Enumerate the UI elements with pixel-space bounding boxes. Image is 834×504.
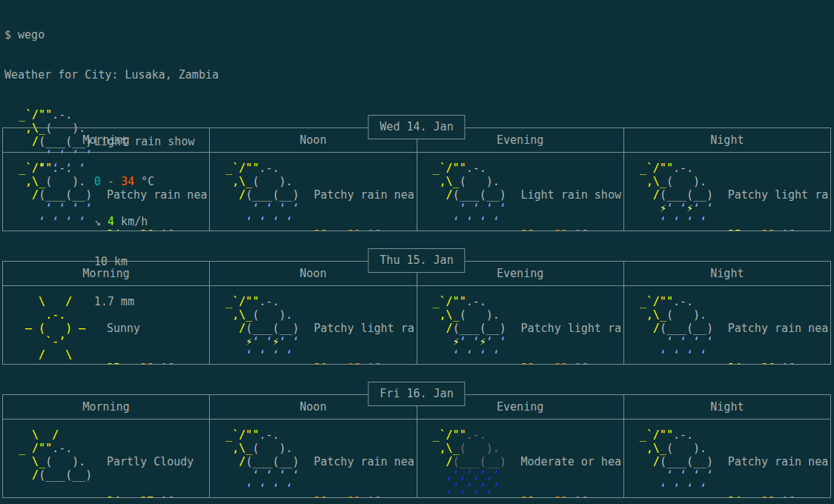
forecast-details: Patchy rain nea 28 - 31 °C → 7 - 10 km/h… [314, 162, 414, 231]
period-header: Night [624, 395, 830, 419]
temperature-line: 28 - 32 °C [521, 228, 621, 231]
condition-text: Patchy rain nea [107, 188, 207, 202]
forecast-cell: _`/"".-. ,\_( ). /(___(__) ‘ ‘ ‘ ‘ ‘ ‘ ‘… [3, 153, 210, 231]
weather-icon: _`/"".-. ,\_( ). /(___(__) ⚡‘ ‘⚡‘ ‘ ‘ ‘ … [633, 162, 713, 228]
period-header: Morning [3, 128, 210, 152]
temperature-line: 28 - 31 °C [314, 228, 414, 231]
condition-text: Sunny [107, 322, 173, 335]
forecast-table: MorningNoonEveningNight \ / .-. ― ( ) ― … [2, 261, 831, 365]
forecast-details: Patchy rain nea 29 - 32 °C ↗ 7 - 9 km/h … [314, 428, 414, 497]
forecast-table: MorningNoonEveningNight \ / _ /"".-. \_(… [2, 394, 831, 498]
temperature-line: 28 - 33 °C [521, 362, 621, 364]
forecast-details: Moderate or hea 28 - 32 °C ↑ 8 - 15 km/h… [521, 428, 621, 497]
forecast-details: Light rain show 28 - 32 °C → 5 - 6 km/h … [521, 162, 621, 231]
forecast-cell: _`/"".-. ,\_( ). /(___(__) ⚡‘ ‘⚡‘ ‘ ‘ ‘ … [417, 286, 624, 364]
weather-icon: \ / _ /"".-. \_( ). /(___(__) [12, 428, 92, 495]
forecast-details: Patchy rain nea 24 - 26 °C → 6 - 8 km/h … [107, 162, 207, 231]
condition-text: Patchy rain nea [314, 188, 414, 202]
weather-icon: _`/"".-. ,\_( ). /(___(__) ‚‘‚‘‚‘‚‘ ‚’‚’… [426, 428, 506, 495]
period-header: Morning [3, 395, 210, 419]
terminal-output: { "colors": { "bg": "#0c2f38", "fg": "#a… [0, 0, 834, 504]
condition-text: Moderate or hea [521, 455, 621, 468]
forecast-cell: _`/"".-. ,\_( ). /(___(__) ⚡‘ ‘⚡‘ ‘ ‘ ‘ … [624, 153, 830, 231]
period-header: Morning [3, 262, 210, 285]
condition-text: Patchy rain nea [728, 322, 828, 335]
forecast-row: _`/"".-. ,\_( ). /(___(__) ‘ ‘ ‘ ‘ ‘ ‘ ‘… [3, 153, 830, 231]
day-label: Wed 14. Jan [368, 115, 465, 139]
forecast-table: MorningNoonEveningNight _`/"".-. ,\_( ).… [2, 127, 831, 231]
day-label: Fri 16. Jan [368, 382, 465, 406]
forecast-details: Patchy rain nea 24 - 26 °C ↘ 2 - 4 km/h … [728, 295, 828, 364]
weather-icon: _`/"".-. ,\_( ). /(___(__) ‘ ‘ ‘ ‘ ‘ ‘ ‘… [219, 162, 299, 228]
forecast-row: \ / _ /"".-. \_( ). /(___(__) Partly Clo… [3, 420, 830, 497]
day-section: Wed 14. Jan MorningNoonEveningNight _`/"… [2, 115, 831, 231]
temperature-line: 24 - 28 °C [728, 495, 828, 497]
condition-text: Patchy rain nea [314, 455, 414, 468]
period-header: Night [624, 128, 830, 152]
weather-icon: _`/"".-. ,\_( ). /(___(__) ‘ ‘ ‘ ‘ ‘ ‘ ‘… [426, 162, 506, 228]
forecast-cell: \ / _ /"".-. \_( ). /(___(__) Partly Clo… [3, 420, 210, 497]
condition-text: Light rain show [521, 188, 621, 202]
forecast-cell: _`/"".-. ,\_( ). /(___(__) ‘ ‘ ‘ ‘ ‘ ‘ ‘… [210, 153, 417, 231]
condition-text: Patchy light ra [728, 188, 828, 202]
temperature-line: 28 - 32 °C [521, 495, 621, 497]
forecast-cell: _`/"".-. ,\_( ). /(___(__) ‘ ‘ ‘ ‘ ‘ ‘ ‘… [624, 286, 830, 364]
prompt-line: $ wego [4, 28, 834, 42]
forecast-cell: _`/"".-. ,\_( ). /(___(__) ⚡‘ ‘⚡‘ ‘ ‘ ‘ … [210, 286, 417, 364]
day-section: Thu 15. Jan MorningNoonEveningNight \ / … [2, 248, 831, 365]
temperature-line: 25 - 28 °C [728, 228, 828, 231]
day-label: Thu 15. Jan [368, 248, 465, 273]
forecast-cell: _`/"".-. ,\_( ). /(___(__) ‘ ‘ ‘ ‘ ‘ ‘ ‘… [210, 420, 417, 497]
day-section: Fri 16. Jan MorningNoonEveningNight \ / … [2, 382, 831, 498]
forecast-row: \ / .-. ― ( ) ― `-’ / \ Sunny 25 - 28 °C… [3, 286, 830, 364]
forecast-details: Patchy light ra 30 - 35 °C ↖ 4 - 5 km/h … [314, 295, 414, 364]
forecast-cell: _`/"".-. ,\_( ). /(___(__) ‘ ‘ ‘ ‘ ‘ ‘ ‘… [624, 420, 830, 497]
location-line: Weather for City: Lusaka, Zambia [4, 68, 834, 82]
forecast-cell: \ / .-. ― ( ) ― `-’ / \ Sunny 25 - 28 °C… [3, 286, 210, 364]
forecast-details: Patchy light ra 25 - 28 °C ↓ 4 - 8 km/h … [728, 162, 828, 231]
condition-text: Patchy light ra [521, 322, 621, 335]
temperature-line: 24 - 26 °C [107, 228, 207, 231]
forecast-details: Patchy rain nea 24 - 28 °C ↖ 1 - 3 km/h … [728, 428, 828, 497]
temperature-line: 30 - 35 °C [314, 362, 414, 364]
forecast-cell: _`/"".-. ,\_( ). /(___(__) ‚‘‚‘‚‘‚‘ ‚’‚’… [417, 420, 624, 497]
temperature-line: 24 - 26 °C [728, 362, 828, 364]
weather-icon: _`/"".-. ,\_( ). /(___(__) ‘ ‘ ‘ ‘ ‘ ‘ ‘… [219, 428, 299, 495]
condition-text: Patchy rain nea [728, 455, 828, 468]
condition-text: Patchy light ra [314, 322, 414, 335]
temperature-line: 25 - 28 °C [107, 362, 173, 364]
terminal-header: $ wego Weather for City: Lusaka, Zambia [0, 0, 834, 95]
temperature-line: 29 - 32 °C [314, 495, 414, 497]
forecast-details: Sunny 25 - 28 °C ↗ 4 km/h 10 km 0 mm | 1… [107, 295, 173, 364]
weather-icon: _`/"".-. ,\_( ). /(___(__) ⚡‘ ‘⚡‘ ‘ ‘ ‘ … [219, 295, 299, 362]
forecast-details: Partly Cloudy 24 - 27 °C → 5 - 6 km/h 10… [107, 428, 193, 497]
condition-text: Partly Cloudy [107, 455, 193, 468]
temperature-line: 24 - 27 °C [107, 495, 193, 497]
weather-icon: _`/"".-. ,\_( ). /(___(__) ‘ ‘ ‘ ‘ ‘ ‘ ‘… [633, 428, 713, 495]
weather-icon: _`/"".-. ,\_( ). /(___(__) ⚡‘ ‘⚡‘ ‘ ‘ ‘ … [426, 295, 506, 362]
forecast-details: Patchy light ra 28 - 33 °C ↑ 3 - 4 km/h … [521, 295, 621, 364]
weather-icon: _`/"".-. ,\_( ). /(___(__) ‘ ‘ ‘ ‘ ‘ ‘ ‘… [633, 295, 713, 362]
weather-icon: _`/"".-. ,\_( ). /(___(__) ‘ ‘ ‘ ‘ ‘ ‘ ‘… [12, 162, 92, 228]
period-header: Night [624, 262, 830, 285]
forecast-cell: _`/"".-. ,\_( ). /(___(__) ‘ ‘ ‘ ‘ ‘ ‘ ‘… [417, 153, 624, 231]
weather-icon: \ / .-. ― ( ) ― `-’ / \ [12, 295, 85, 362]
